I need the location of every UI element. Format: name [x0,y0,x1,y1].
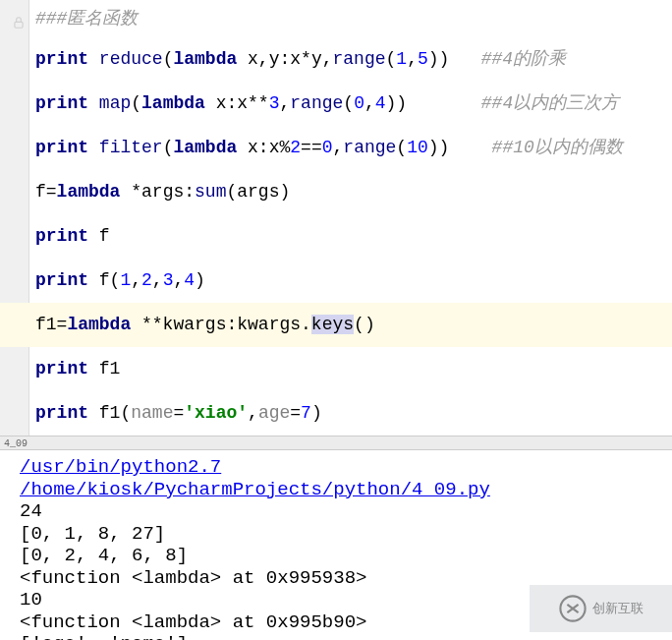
watermark: 创新互联 [530,585,672,632]
comment: ###匿名函数 [35,9,138,29]
code-line-1[interactable]: ###匿名函数 [0,0,672,37]
watermark-logo-icon [559,595,587,622]
code-line-4[interactable]: print filter(lambda x:x%2==0,range(10)) … [0,126,672,170]
code-line-6[interactable]: print f [0,214,672,259]
comment: ##10以内的偶数 [492,138,623,157]
output-line: ['age', 'name'] [20,633,652,640]
code-line-2[interactable]: print reduce(lambda x,y:x*y,range(1,5)) … [0,37,672,82]
code-line-7[interactable]: print f(1,2,3,4) [0,259,672,303]
code-editor[interactable]: ###匿名函数 print reduce(lambda x,y:x*y,rang… [0,0,672,436]
watermark-text: 创新互联 [592,600,644,617]
output-line: [0, 1, 8, 27] [20,523,652,546]
cursor-word: keys [311,315,354,334]
code-line-3[interactable]: print map(lambda x:x**3,range(0,4)) ##4以… [0,82,672,126]
output-command: /usr/bin/python2.7 /home/kiosk/PycharmPr… [20,456,652,500]
code-line-9[interactable]: print f1 [0,347,672,391]
run-tab-bar[interactable]: 4_09 [0,436,672,450]
code-line-10[interactable]: print f1(name='xiao',age=7) [0,391,672,436]
run-tab-label[interactable]: 4_09 [4,438,28,449]
code-line-8-highlighted[interactable]: f1=lambda **kwargs:kwargs.keys() [0,303,672,347]
comment: ##4的阶乘 [481,49,566,69]
output-line: 24 [20,500,652,523]
comment: ##4以内的三次方 [481,93,619,113]
code-line-5[interactable]: f=lambda *args:sum(args) [0,170,672,214]
output-line: [0, 2, 4, 6, 8] [20,545,652,567]
